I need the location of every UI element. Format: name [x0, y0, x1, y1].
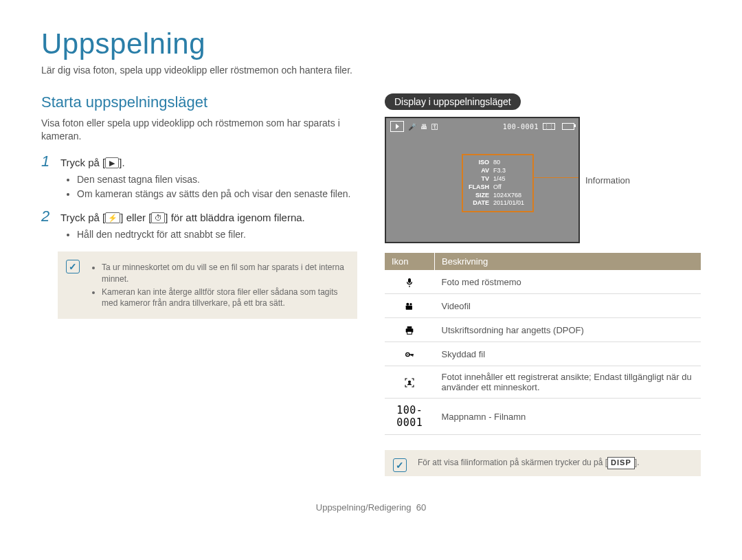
video-icon: [385, 294, 435, 318]
mic-icon: [385, 270, 435, 294]
table-row: Fotot innehåller ett registrerat ansikte…: [385, 366, 701, 399]
left-column: Starta uppspelningsläget Visa foton elle…: [41, 93, 357, 476]
flash-key-icon: ⚡: [105, 212, 120, 223]
info-label: AV: [469, 168, 492, 175]
lcd-top-bar: 🎤 🖶 ⚿ 100-0001 ⋮⋮: [386, 118, 578, 135]
svg-point-8: [407, 354, 409, 355]
footer-page-number: 60: [416, 502, 426, 513]
svg-point-2: [410, 303, 412, 305]
left-subhead: Starta uppspelningsläget: [41, 93, 357, 111]
footnote-post: ].: [635, 458, 640, 467]
table-cell-desc: Foto med röstmemo: [435, 270, 701, 294]
info-value: 2011/01/01: [493, 200, 527, 207]
note-box: ✓ Ta ur minneskortet om du vill se en fi…: [58, 251, 357, 319]
table-cell-desc: Fotot innehåller ett registrerat ansikte…: [435, 366, 701, 399]
left-para: Visa foton eller spela upp videoklipp oc…: [41, 117, 357, 143]
info-value: 1024X768: [493, 192, 527, 199]
table-row: Videofil: [385, 294, 701, 318]
step-1-text: Tryck på [▶].: [60, 155, 125, 170]
table-cell-desc: Skyddad fil: [435, 342, 701, 366]
svg-rect-3: [406, 306, 412, 310]
print-icon: 🖶: [420, 123, 427, 131]
lcd-info-box: ISO80 AVF3.3 TV1/45 FLASHOff SIZE1024X76…: [462, 154, 534, 212]
lock-icon: ⚿: [431, 123, 438, 131]
step-1-bullets: Den senast tagna filen visas. Om kameran…: [41, 173, 357, 201]
right-pill-heading: Display i uppspelningsläget: [385, 93, 521, 110]
info-label: TV: [469, 176, 492, 183]
info-label: SIZE: [469, 192, 492, 199]
face-icon: [385, 366, 435, 399]
step-2-post: ] för att bläddra igenom filerna.: [165, 212, 304, 223]
step-2-mid: ] eller [: [120, 212, 151, 223]
timer-key-icon: ⏱: [151, 212, 165, 223]
info-label: FLASH: [469, 184, 492, 191]
note-icon: ✓: [66, 260, 80, 273]
svg-rect-6: [407, 331, 412, 334]
info-callout-label: Information: [585, 175, 630, 186]
table-cell-desc: Mappnamn - Filnamn: [435, 399, 701, 435]
svg-rect-10: [412, 354, 413, 356]
info-value: 80: [493, 159, 527, 166]
info-value: 1/45: [493, 176, 527, 183]
mic-icon: 🎤: [408, 123, 416, 131]
table-head-desc: Beskrivning: [435, 253, 701, 270]
info-value: F3.3: [493, 168, 527, 175]
info-label: DATE: [469, 200, 492, 207]
step-2-text: Tryck på [⚡] eller [⏱] för att bläddra i…: [60, 210, 305, 225]
footnote-box: ✓ För att visa filinformation på skärmen…: [385, 450, 701, 476]
svg-point-1: [407, 303, 409, 306]
list-item: Den senast tagna filen visas.: [77, 173, 357, 186]
step-2: 2 Tryck på [⚡] eller [⏱] för att bläddra…: [41, 208, 357, 225]
table-cell-desc: Videofil: [435, 294, 701, 318]
table-row: Utskriftsordning har angetts (DPOF): [385, 318, 701, 342]
play-mode-icon: [390, 121, 404, 132]
table-cell-desc: Utskriftsordning har angetts (DPOF): [435, 318, 701, 342]
callout-line: [534, 177, 578, 178]
svg-point-12: [409, 381, 411, 383]
step-1-number: 1: [41, 153, 54, 170]
table-row: Foto med röstmemo: [385, 270, 701, 294]
page-footer: Uppspelning/Redigering 60: [41, 502, 701, 513]
lock-icon: [385, 342, 435, 366]
info-value: Off: [493, 184, 527, 191]
footer-section: Uppspelning/Redigering: [316, 502, 412, 513]
footnote-pre: För att visa filinformation på skärmen t…: [418, 458, 607, 467]
table-head-icon: Ikon: [385, 253, 435, 270]
lcd-wrap: 🎤 🖶 ⚿ 100-0001 ⋮⋮ ISO80 AVF3.3 TV1/45 FL…: [385, 117, 701, 243]
step-1-post: ].: [119, 157, 124, 168]
svg-rect-0: [408, 278, 411, 283]
list-item: Om kameran stängs av sätts den på och vi…: [77, 188, 357, 201]
icon-description-table: Ikon Beskrivning Foto med röstmemo: [385, 253, 701, 435]
svg-rect-11: [411, 354, 412, 356]
step-2-number: 2: [41, 208, 54, 225]
lcd-screen: 🎤 🖶 ⚿ 100-0001 ⋮⋮ ISO80 AVF3.3 TV1/45 FL…: [385, 117, 580, 243]
page-intro: Lär dig visa foton, spela upp videoklipp…: [41, 65, 701, 76]
step-1-pre: Tryck på [: [60, 157, 105, 168]
list-item: Kameran kan inte återge alltför stora fi…: [102, 287, 348, 309]
card-icon: ⋮⋮: [543, 123, 555, 130]
svg-rect-4: [407, 326, 412, 328]
list-item: Ta ur minneskortet om du vill se en fil …: [102, 262, 348, 284]
table-row: Skyddad fil: [385, 342, 701, 366]
table-row: 100-0001 Mappnamn - Filnamn: [385, 399, 701, 435]
disp-key-icon: DISP: [607, 457, 635, 469]
step-2-pre: Tryck på [: [60, 212, 105, 223]
page-title: Uppspelning: [41, 27, 701, 60]
list-item: Håll den nedtryckt för att snabbt se fil…: [77, 228, 357, 241]
battery-icon: [562, 123, 574, 130]
print-icon: [385, 318, 435, 342]
info-label: ISO: [469, 159, 492, 166]
play-key-icon: ▶: [105, 157, 119, 168]
right-column: Display i uppspelningsläget 🎤 🖶 ⚿ 100-00…: [385, 93, 701, 476]
file-code: 100-0001: [503, 123, 539, 131]
filecode-cell: 100-0001: [385, 399, 435, 435]
step-2-bullets: Håll den nedtryckt för att snabbt se fil…: [41, 228, 357, 241]
step-1: 1 Tryck på [▶].: [41, 153, 357, 170]
note-icon: ✓: [393, 458, 407, 472]
